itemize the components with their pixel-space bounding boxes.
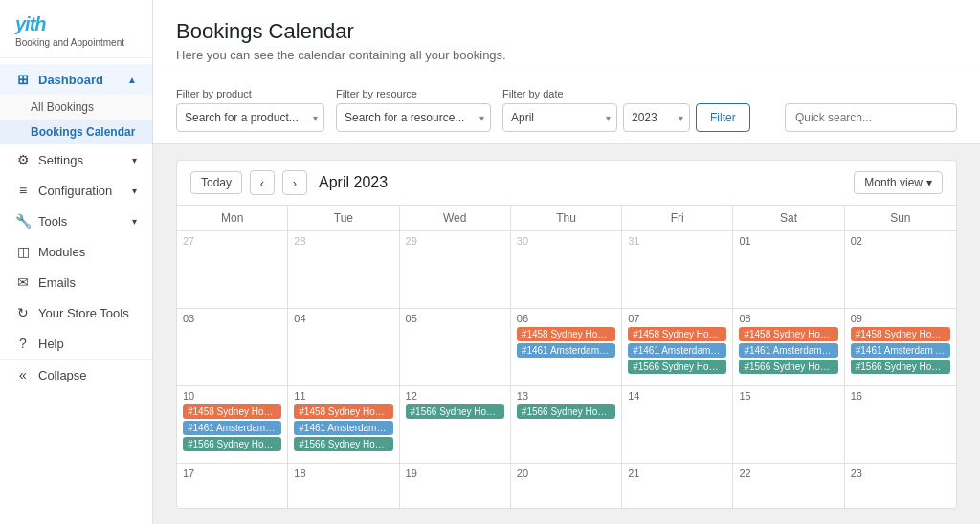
booking-pill[interactable]: #1458 Sydney Hostel (Joh [628, 327, 726, 341]
calendar-cell-4-5[interactable]: 21 [622, 464, 733, 508]
sidebar-item-tools[interactable]: 🔧 Tools ▾ [0, 206, 152, 236]
calendar-cell-1-3[interactable]: 29 [400, 231, 511, 308]
quick-search-input[interactable] [785, 103, 957, 132]
day-number: 27 [183, 235, 281, 247]
sidebar-item-store-tools[interactable]: ↻ Your Store Tools [0, 297, 152, 328]
calendar-cell-2-7[interactable]: 09#1458 Sydney Hostel (Joh#1461 Amsterda… [845, 309, 956, 385]
calendar-cell-4-6[interactable]: 22 [733, 464, 844, 508]
booking-pill[interactable]: #1566 Sydney Hostel (Joh [851, 360, 950, 374]
calendar-cell-4-3[interactable]: 19 [400, 464, 511, 508]
sidebar-item-help[interactable]: ? Help [0, 328, 152, 359]
booking-pill[interactable]: #1461 Amsterdam Apartm. [517, 343, 615, 358]
calendar-cell-2-6[interactable]: 08#1458 Sydney Hostel (Joh#1461 Amsterda… [733, 309, 844, 385]
calendar-cell-1-4[interactable]: 30 [511, 231, 622, 308]
calendar-cell-2-5[interactable]: 07#1458 Sydney Hostel (Joh#1461 Amsterda… [622, 309, 733, 385]
calendar-cell-3-5[interactable]: 14 [622, 386, 733, 463]
view-selector[interactable]: Month view ▾ [854, 171, 943, 194]
filter-product-select[interactable]: Search for a product... [185, 111, 316, 124]
sidebar-item-emails[interactable]: ✉ Emails [0, 267, 152, 297]
calendar-cell-3-2[interactable]: 11#1458 Sydney Hostel (Joh#1461 Amsterda… [288, 386, 399, 463]
day-number: 23 [851, 468, 950, 479]
calendar-cell-2-4[interactable]: 06#1458 Sydney Hostel (Joh#1461 Amsterda… [511, 309, 622, 385]
calendar-cell-3-7[interactable]: 16 [845, 386, 956, 463]
filter-resource-select[interactable]: Search for a resource... [345, 111, 482, 124]
logo-area: yith Booking and Appointment [0, 0, 152, 58]
booking-pill[interactable]: #1458 Sydney Hostel (Joh [739, 327, 837, 341]
booking-pill[interactable]: #1566 Sydney Hostel (Joh [628, 360, 726, 374]
month-select-wrap[interactable]: April [502, 103, 617, 132]
calendar-cell-1-6[interactable]: 01 [733, 231, 844, 308]
configuration-icon: ≡ [15, 183, 31, 198]
today-button[interactable]: Today [190, 171, 242, 194]
calendar-cell-1-7[interactable]: 02 [845, 231, 956, 308]
filter-button[interactable]: Filter [696, 103, 750, 132]
sidebar-item-dashboard[interactable]: ⊞ Dashboard ▲ [0, 64, 152, 95]
year-select[interactable]: 2023 [632, 111, 681, 124]
day-number: 13 [517, 390, 615, 402]
day-number: 29 [406, 235, 504, 247]
day-number: 19 [406, 468, 504, 479]
booking-pill[interactable]: #1566 Sydney Hostel (Joh [739, 360, 837, 374]
calendar-cell-4-1[interactable]: 17 [177, 464, 288, 508]
day-number: 10 [183, 390, 281, 402]
booking-pill[interactable]: #1461 Amsterdam Apartm. [183, 421, 281, 435]
logo-yith: yith [15, 13, 137, 35]
settings-icon: ⚙ [15, 152, 31, 167]
calendar-cell-2-2[interactable]: 04 [288, 309, 399, 385]
sidebar-item-configuration[interactable]: ≡ Configuration ▾ [0, 175, 152, 206]
calendar-cell-1-1[interactable]: 27 [177, 231, 288, 308]
booking-pill[interactable]: #1461 Amsterdam Apartm. [628, 343, 726, 358]
col-fri: Fri [622, 206, 733, 230]
filter-resource-select-wrap[interactable]: Search for a resource... [336, 103, 491, 132]
sidebar-item-collapse[interactable]: « Collapse [0, 359, 152, 390]
day-number: 05 [406, 313, 504, 324]
sidebar-label-store-tools: Your Store Tools [38, 306, 129, 320]
sidebar-label-settings: Settings [38, 153, 83, 167]
booking-pill[interactable]: #1566 Sydney Hostel (Joh [294, 437, 392, 451]
calendar-cell-1-5[interactable]: 31 [622, 231, 733, 308]
booking-pill[interactable]: #1461 Amsterdam Apartm. [294, 421, 392, 435]
booking-pill[interactable]: #1458 Sydney Hostel (Joh [517, 327, 615, 341]
booking-pill[interactable]: #1461 Amsterdam Apartm. [851, 343, 950, 358]
month-select[interactable]: April [511, 111, 609, 124]
day-number: 07 [628, 313, 726, 324]
calendar-cell-4-2[interactable]: 18 [288, 464, 399, 508]
sidebar-label-collapse: Collapse [38, 368, 87, 382]
sidebar-item-modules[interactable]: ◫ Modules [0, 236, 152, 267]
sidebar-item-all-bookings[interactable]: All Bookings [0, 95, 152, 120]
prev-month-button[interactable]: ‹ [250, 170, 275, 195]
sidebar-item-settings[interactable]: ⚙ Settings ▾ [0, 144, 152, 175]
sidebar-item-bookings-calendar[interactable]: Bookings Calendar [0, 120, 152, 144]
day-number: 12 [406, 390, 504, 402]
booking-pill[interactable]: #1458 Sydney Hostel (Joh [851, 327, 950, 341]
calendar-cell-3-1[interactable]: 10#1458 Sydney Hostel (Joh#1461 Amsterda… [177, 386, 288, 463]
date-selectors: April 2023 Filter [502, 103, 750, 132]
day-number: 16 [851, 390, 950, 402]
next-month-button[interactable]: › [282, 170, 307, 195]
logo-tagline: Booking and Appointment [15, 37, 137, 48]
booking-pill[interactable]: #1461 Amsterdam Apartm. [739, 343, 837, 358]
sidebar-label-help: Help [38, 337, 64, 351]
filter-product-select-wrap[interactable]: Search for a product... [176, 103, 324, 132]
collapse-icon: « [15, 367, 31, 382]
calendar-cell-2-1[interactable]: 03 [177, 309, 288, 385]
calendar-toolbar: Today ‹ › April 2023 Month view ▾ [177, 161, 956, 206]
sidebar-label-configuration: Configuration [38, 184, 112, 198]
booking-pill[interactable]: #1566 Sydney Hostel (Joh [517, 404, 615, 419]
calendar-cell-4-7[interactable]: 23 [845, 464, 956, 508]
booking-pill[interactable]: #1566 Sydney Hostel (Joh [183, 437, 281, 451]
calendar-cell-2-3[interactable]: 05 [400, 309, 511, 385]
day-number: 31 [628, 235, 726, 247]
calendar-cell-3-4[interactable]: 13#1566 Sydney Hostel (Joh [511, 386, 622, 463]
calendar-cell-3-3[interactable]: 12#1566 Sydney Hostel (Joh [400, 386, 511, 463]
calendar-cell-3-6[interactable]: 15 [733, 386, 844, 463]
booking-pill[interactable]: #1566 Sydney Hostel (Joh [406, 404, 504, 419]
calendar-cell-1-2[interactable]: 28 [288, 231, 399, 308]
year-select-wrap[interactable]: 2023 [623, 103, 690, 132]
booking-pill[interactable]: #1458 Sydney Hostel (Joh [294, 404, 392, 419]
view-selector-label: Month view [864, 176, 923, 189]
calendar-cell-4-4[interactable]: 20 [511, 464, 622, 508]
day-number: 08 [739, 313, 837, 324]
filter-resource-label: Filter by resource [336, 88, 491, 99]
booking-pill[interactable]: #1458 Sydney Hostel (Joh [183, 404, 281, 419]
